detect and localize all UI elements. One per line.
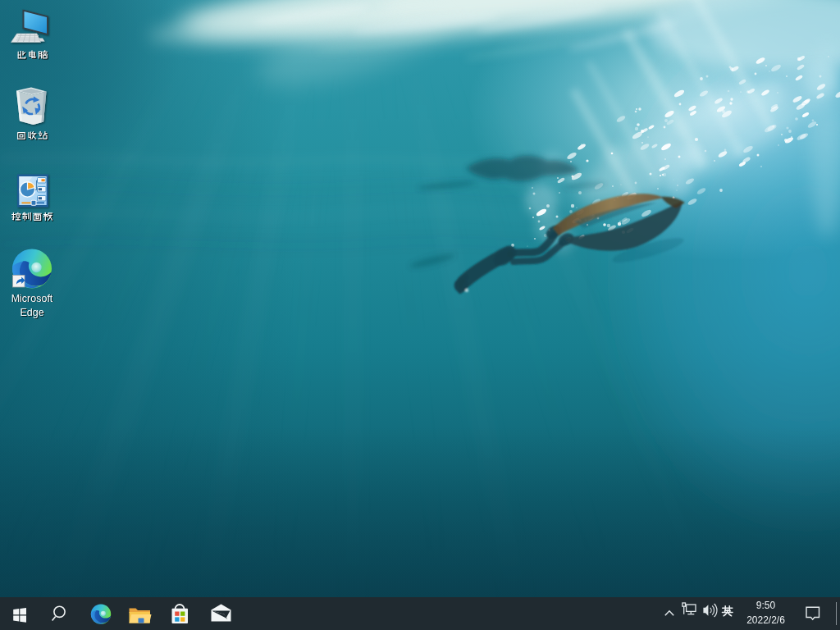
svg-text:2022/2/6: 2022/2/6 xyxy=(746,614,785,626)
svg-text:Microsoft: Microsoft xyxy=(11,293,53,304)
svg-text:9:50: 9:50 xyxy=(756,600,776,611)
svg-text:Edge: Edge xyxy=(20,307,43,318)
